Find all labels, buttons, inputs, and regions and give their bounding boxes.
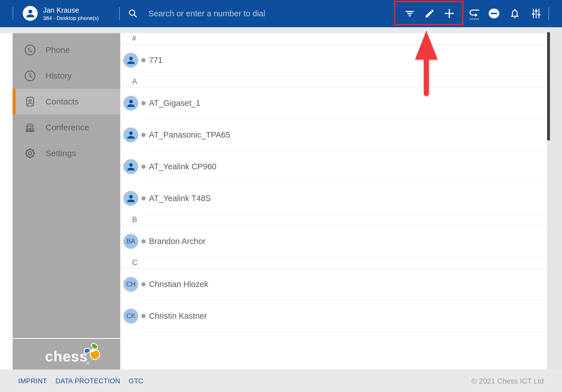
divider — [13, 7, 13, 20]
sidebar-item-conference[interactable]: Conference — [13, 115, 120, 140]
presence-dot — [141, 101, 146, 105]
contact-row[interactable]: AT_Yealink T48S — [120, 183, 547, 214]
notifications-icon[interactable] — [508, 7, 522, 20]
tune-icon[interactable] — [529, 7, 543, 20]
contact-name: Brandon Archor — [149, 237, 206, 246]
presence-dot — [141, 196, 146, 200]
group-letter: A — [132, 77, 137, 86]
contact-avatar: CH — [123, 277, 138, 292]
chess-logo: chess ® — [42, 341, 110, 369]
avatar-initials: CH — [126, 281, 135, 288]
group-header: A — [120, 76, 547, 87]
group-header: B — [120, 214, 547, 225]
contact-avatar: BA — [123, 234, 138, 249]
contact-name: 771 — [149, 56, 162, 65]
person-icon — [126, 131, 135, 140]
svg-text:®: ® — [87, 361, 89, 366]
gtc-link[interactable]: GTC — [129, 377, 143, 385]
user-name: Jan Krause — [43, 6, 79, 14]
group-letter: C — [132, 258, 138, 267]
presence-dot — [141, 314, 146, 318]
contact-name: AT_Panasonic_TPA65 — [149, 130, 230, 140]
contact-row[interactable]: CH Christian Hlozek — [120, 268, 547, 300]
avatar-initials: BA — [126, 238, 135, 245]
contact-row[interactable]: BA Brandon Archor — [120, 225, 547, 257]
sidebar-item-settings[interactable]: Settings — [13, 140, 120, 166]
call-pull-icon[interactable] — [468, 7, 481, 20]
search-icon — [128, 8, 138, 19]
annotation-highlight-box — [394, 1, 463, 25]
header-spacer — [0, 27, 562, 33]
footer-links: IMPRINT DATA PROTECTION GTC — [18, 377, 143, 385]
sidebar-item-history[interactable]: History — [13, 63, 120, 89]
presence-dot — [141, 282, 146, 286]
contact-name: AT_Yealink CP960 — [149, 162, 216, 171]
group-letter: # — [132, 34, 136, 43]
divider — [549, 7, 549, 20]
history-icon — [24, 70, 36, 82]
contact-avatar — [123, 159, 138, 174]
scrollbar-thumb[interactable] — [547, 32, 550, 140]
presence-dot — [141, 133, 146, 137]
contact-name: AT_Yealink T48S — [149, 194, 211, 203]
contact-avatar — [123, 191, 138, 206]
data-protection-link[interactable]: DATA PROTECTION — [55, 377, 120, 385]
do-not-disturb-icon[interactable] — [487, 7, 501, 20]
contact-row[interactable]: AT_Gigaset_1 — [120, 87, 547, 119]
person-icon — [26, 9, 35, 18]
person-icon — [126, 162, 135, 171]
contact-row[interactable]: AT_Panasonic_TPA65 — [120, 119, 547, 151]
annotation-arrow-up — [409, 29, 444, 99]
search-input[interactable]: Search or enter a number to dial — [148, 9, 265, 18]
sidebar-item-label: Phone — [46, 45, 70, 55]
presence-dot — [141, 165, 146, 169]
group-header: C — [120, 257, 547, 268]
group-header: # — [120, 33, 547, 44]
contact-row[interactable]: 771 — [120, 44, 547, 76]
contact-name: AT_Gigaset_1 — [149, 99, 200, 108]
conference-icon — [24, 121, 36, 134]
person-icon — [126, 194, 135, 203]
copyright-text: © 2021 Chess ICT Ltd — [472, 377, 544, 386]
user-avatar[interactable] — [23, 6, 38, 21]
phone-icon — [24, 44, 36, 56]
contact-name: Christin Kastner — [149, 311, 207, 321]
contact-avatar — [123, 53, 138, 68]
presence-dot — [141, 239, 146, 243]
contact-avatar — [123, 96, 138, 111]
logo-text: chess — [45, 348, 88, 364]
sidebar-item-label: History — [46, 71, 72, 81]
sidebar: Phone History Contacts — [13, 33, 120, 338]
presence-dot — [141, 58, 146, 62]
person-icon — [126, 99, 135, 108]
sidebar-item-label: Conference — [46, 123, 89, 132]
brand-block: chess ® — [13, 339, 120, 370]
contact-row[interactable]: CK Christin Kastner — [120, 300, 547, 332]
sidebar-item-contacts[interactable]: Contacts — [13, 89, 120, 115]
group-letter: B — [132, 215, 137, 224]
person-icon — [126, 56, 135, 65]
contact-name: Christian Hlozek — [149, 280, 208, 289]
contacts-list: # 771 A AT_Gigaset_1 — [120, 33, 547, 370]
top-bar: Jan Krause 384 - Desktop phone(s) Search… — [0, 0, 562, 27]
gear-icon — [24, 147, 36, 159]
contact-row[interactable]: AT_Yealink CP960 — [120, 151, 547, 183]
footer: IMPRINT DATA PROTECTION GTC © 2021 Chess… — [0, 370, 562, 392]
user-device: 384 - Desktop phone(s) — [43, 15, 99, 21]
contact-avatar — [123, 127, 138, 142]
contact-avatar: CK — [123, 309, 138, 323]
contacts-icon — [24, 95, 36, 108]
divider — [119, 7, 120, 20]
imprint-link[interactable]: IMPRINT — [18, 377, 47, 385]
sidebar-item-label: Contacts — [46, 97, 79, 106]
softphone-app: Jan Krause 384 - Desktop phone(s) Search… — [0, 0, 562, 392]
sidebar-item-label: Settings — [46, 149, 76, 158]
avatar-initials: CK — [126, 312, 135, 320]
sidebar-item-phone[interactable]: Phone — [13, 37, 120, 63]
